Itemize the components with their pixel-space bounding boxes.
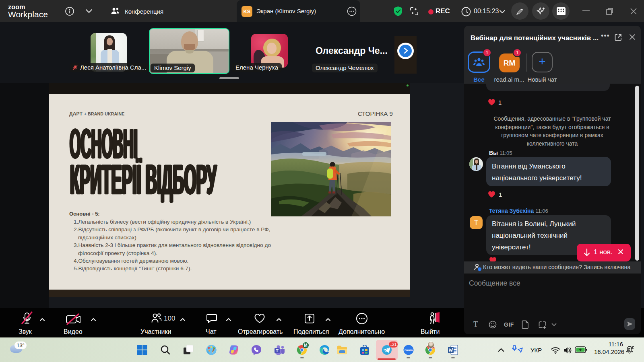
svg-text:zoom: zoom	[405, 348, 413, 352]
